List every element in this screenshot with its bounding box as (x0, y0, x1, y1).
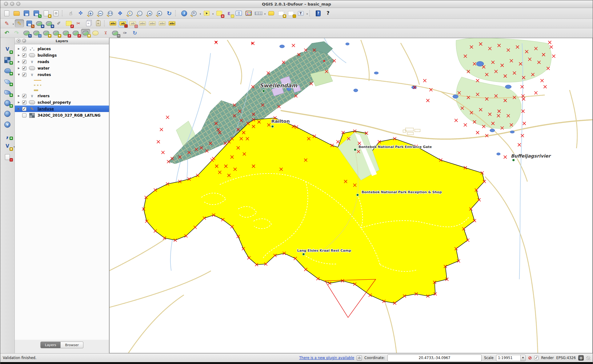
tab-layers[interactable]: Layers (40, 342, 61, 348)
composer-manager[interactable]: ⚙ (51, 9, 61, 17)
layer-item-roads[interactable]: ▶roads (15, 58, 109, 65)
close-panel-icon[interactable]: ✕ (17, 39, 21, 43)
copy-features[interactable]: ≡ (84, 19, 93, 27)
undo[interactable]: ↶ (2, 29, 11, 37)
resize-grip[interactable] (586, 356, 590, 360)
select-by-expression[interactable]: ε (224, 9, 234, 17)
split-features[interactable]: ✂ (101, 29, 110, 37)
layer-item-places[interactable]: ▶places (15, 46, 109, 52)
add-mssql-layer[interactable]: ✚ (2, 88, 12, 96)
current-edits[interactable]: ✎▾ (2, 19, 11, 27)
move-feature[interactable]: ✥ (44, 19, 54, 27)
zoom-to-selection[interactable]: ▮ (125, 9, 134, 17)
paste-features[interactable]: ≡ (94, 19, 103, 27)
open-attribute-table[interactable]: ☰ (234, 9, 243, 17)
disclosure-triangle[interactable]: ▼ (17, 73, 20, 76)
measure[interactable]: ▾ (254, 9, 263, 17)
zoom-window-button[interactable] (16, 2, 20, 6)
add-wcs-layer[interactable] (2, 110, 12, 118)
merge-selected-features[interactable]: ✑ (120, 29, 130, 37)
layer-item-routes[interactable]: ▼routes (15, 71, 109, 78)
toggle-editing[interactable]: ✎ (15, 19, 24, 27)
run-feature-action[interactable]: ⚙▾ (189, 9, 198, 17)
disclosure-triangle[interactable]: ▶ (17, 94, 20, 97)
scale-dropdown-icon[interactable]: ▼ (520, 355, 525, 361)
offset-curve[interactable] (91, 29, 100, 37)
rotate-point-symbols[interactable]: ↻ (130, 29, 139, 37)
layer-item-school_property[interactable]: ▶school_property (15, 99, 109, 106)
tab-browser[interactable]: Browser (61, 342, 83, 348)
disclosure-triangle[interactable]: ▶ (17, 47, 20, 50)
change-label[interactable]: abc (158, 19, 167, 27)
whats-this[interactable]: ? (323, 9, 333, 17)
labeling-options[interactable]: abc (108, 19, 118, 27)
rotate-label[interactable]: abc (148, 19, 157, 27)
plugin-icon[interactable]: ✇ (357, 355, 362, 361)
refresh[interactable]: ↻ (165, 9, 174, 17)
add-postgis-layer[interactable]: ✚ (2, 67, 12, 75)
pan-to-selection[interactable]: ✜ (76, 9, 85, 17)
layer-item-landuse[interactable]: ▶landuse (15, 106, 109, 112)
add-vector-layer[interactable]: V✚ (2, 45, 12, 53)
add-wms-layer[interactable]: ✚ (2, 99, 12, 107)
add-part[interactable]: ✱ (51, 29, 61, 37)
disclosure-triangle[interactable]: ▶ (17, 54, 20, 57)
move-label[interactable]: abc (138, 19, 147, 27)
highlight-pinned-labels[interactable]: ab (128, 19, 137, 27)
disclosure-triangle[interactable]: ▶ (17, 60, 20, 63)
zoom-native[interactable]: 1:1 (106, 9, 115, 17)
delete-ring[interactable]: ✗ (61, 29, 70, 37)
zoom-last[interactable]: ◂ (145, 9, 154, 17)
identify-features[interactable]: i (179, 9, 189, 17)
disclosure-triangle[interactable]: ▶ (17, 107, 20, 110)
save-project[interactable] (22, 9, 31, 17)
add-delimited-text-layer[interactable]: ,✚ (2, 131, 12, 139)
layer-visibility-checkbox[interactable] (22, 73, 26, 77)
zoom-to-layer[interactable]: ▯ (135, 9, 144, 17)
new-shapefile-layer[interactable]: V✱▾ (2, 142, 12, 150)
add-ring[interactable]: ✱ (42, 29, 51, 37)
remove-layer[interactable]: − (2, 153, 12, 161)
plugin-available-link[interactable]: There is a new plugin available (299, 356, 354, 360)
new-bookmark[interactable]: ✱ (276, 9, 286, 17)
pin-labels[interactable]: ab (118, 19, 127, 27)
layer-item-3420C_2010_327_RGB_LATLNG[interactable]: 3420C_2010_327_RGB_LATLNG (15, 112, 109, 118)
add-wfs-layer[interactable]: V (2, 121, 12, 129)
minimize-button[interactable] (10, 2, 14, 6)
zoom-full[interactable]: ✥ (115, 9, 125, 17)
rotate-feature[interactable]: ↻ (22, 29, 31, 37)
add-raster-layer[interactable]: ✚ (2, 56, 12, 64)
disclosure-triangle[interactable]: ▶ (17, 101, 20, 104)
layer-item-water[interactable]: ▶water (15, 65, 109, 71)
reshape-features[interactable]: ▼ (81, 29, 90, 37)
new-project[interactable] (2, 9, 11, 17)
new-print-composer[interactable]: ✱ (42, 9, 51, 17)
delete-part[interactable]: ✗ (71, 29, 80, 37)
layer-visibility-checkbox[interactable] (22, 94, 26, 98)
disclosure-triangle[interactable]: ▶ (17, 67, 20, 70)
cut-features[interactable]: ✂ (74, 19, 83, 27)
pan-map[interactable]: ☝ (66, 9, 75, 17)
map-canvas[interactable]: SwellendamRailtonBontebok National Park … (109, 38, 593, 353)
layer-item-rivers[interactable]: ▶rivers (15, 93, 109, 99)
layer-visibility-checkbox[interactable] (22, 53, 26, 58)
add-feature[interactable]: ✚ (34, 19, 44, 27)
show-bookmarks[interactable] (286, 9, 295, 17)
layer-visibility-checkbox[interactable] (22, 113, 26, 118)
zoom-in[interactable]: + (86, 9, 95, 17)
help-contents[interactable]: ? (314, 9, 323, 17)
zoom-out[interactable]: − (96, 9, 105, 17)
select-features[interactable]: ➤▾ (202, 9, 211, 17)
simplify-feature[interactable]: ◇ (32, 29, 41, 37)
node-tool[interactable]: ✐ (54, 19, 63, 27)
layer-visibility-checkbox[interactable] (22, 66, 26, 70)
crs-indicator-icon[interactable]: ⊕ (578, 355, 584, 361)
layer-visibility-checkbox[interactable] (22, 100, 26, 105)
open-project[interactable] (12, 9, 21, 17)
save-layer-edits[interactable]: ✎ (25, 19, 34, 27)
redo[interactable]: ↷ (12, 29, 21, 37)
layer-visibility-checkbox[interactable] (22, 107, 26, 111)
render-checkbox[interactable] (534, 356, 539, 360)
map-tips[interactable] (266, 9, 276, 17)
layer-visibility-checkbox[interactable] (22, 60, 26, 64)
